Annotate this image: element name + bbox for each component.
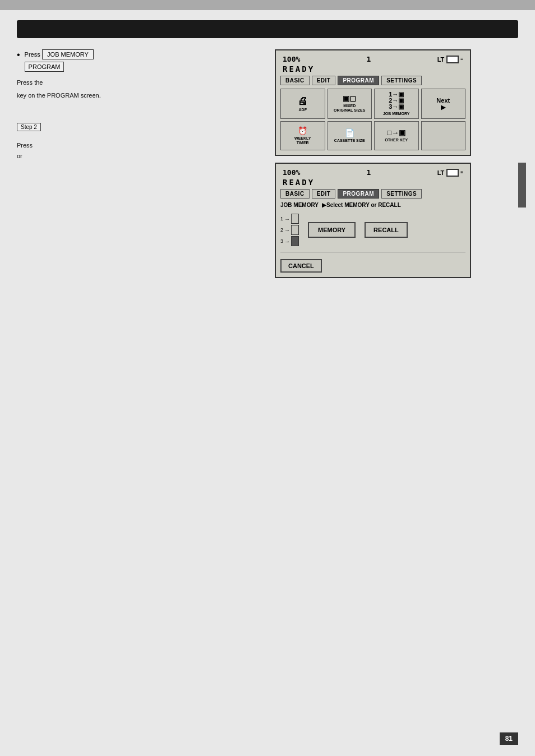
page-number: 81 [500,732,518,745]
mixed-label: MIXEDORIGINAL SIZES [334,104,365,113]
func-btn-otherkey[interactable]: □→▣ OTHER KEY [374,121,419,150]
divider [280,252,465,252]
func-btn-next[interactable]: Next▶ [421,89,466,119]
weeklytimer-label: WEEKLYTIMER [294,136,311,146]
func-btn-cassettesize[interactable]: 📄 CASSETTE SIZE [328,121,372,150]
cancel-button[interactable]: CANCEL [280,259,322,273]
adf-icon: 🖨 [298,96,308,106]
chapter-header [17,20,518,38]
top-bar [0,0,535,10]
tab-basic-1[interactable]: BASIC [280,76,310,85]
otherkey-icon: □→▣ [387,129,405,136]
func-btn-empty [421,121,466,150]
tab-edit-2[interactable]: EDIT [312,189,336,199]
side-tab [518,163,526,208]
tab-settings-1[interactable]: SETTINGS [381,76,422,85]
jobmem-label: JOB MEMORY [383,112,410,116]
screen2-percent: 100% [283,168,300,177]
func-btn-mixed[interactable]: ▣▢ MIXEDORIGINAL SIZES [328,89,372,119]
mem-row-1: 1 → [280,214,299,224]
tab-edit-1[interactable]: EDIT [312,76,336,85]
program-box: PROGRAM [25,62,64,72]
screen2-copy-count: 1 [367,168,371,177]
mixed-icon: ▣▢ [343,95,356,102]
text-line-3: Press [17,140,264,151]
func-btn-adf[interactable]: 🖨 ADF [280,89,325,119]
screen1-header: 100% 1 LT ≡ [280,55,465,63]
text-line-2: key on the PROGRAM screen. [17,90,264,101]
weeklytimer-icon: ⏰ [298,127,307,135]
cassettesize-label: CASSETTE SIZE [334,139,365,143]
left-panel: • Press JOB MEMORY PROGRAM Press the key… [17,49,275,278]
otherkey-label: OTHER KEY [385,138,408,142]
step2-section: Step 2 Press or [17,117,264,161]
right-panel: 100% 1 LT ≡ READY BASIC EDIT PROGRAM SET… [275,49,518,278]
memory-recall-row: 1 → 2 → 3 → [280,214,465,246]
job-memory-box: JOB MEMORY [42,49,94,59]
lt-label-2: LT [437,169,445,176]
jobmem-icon: 1→▣2→▣3→▣ [389,91,404,110]
text-line-4: or [17,151,264,162]
adf-label: ADF [299,108,307,112]
memory-button[interactable]: MEMORY [308,222,356,238]
lt-label-1: LT [437,56,445,63]
cassettesize-icon: 📄 [345,129,354,137]
mem-row-3: 3 → [280,236,299,246]
paper-icon-1 [446,56,459,63]
left-text-block-1: Press the key on the PROGRAM screen. [17,77,264,100]
screen-2: 100% 1 LT ≡ READY BASIC EDIT PROGRAM SET… [275,163,471,278]
recall-button[interactable]: RECALL [365,222,408,238]
func-btn-weeklytimer[interactable]: ⏰ WEEKLYTIMER [280,121,325,150]
screen2-ready: READY [280,178,465,189]
screen-1: 100% 1 LT ≡ READY BASIC EDIT PROGRAM SET… [275,49,471,156]
memory-icon-stack: 1 → 2 → 3 → [280,214,299,246]
func-btn-jobmem[interactable]: 1→▣2→▣3→▣ JOB MEMORY [374,89,419,119]
tab-basic-2[interactable]: BASIC [280,189,310,199]
screen1-lt: LT ≡ [437,56,463,63]
bullet-dot: • [17,49,20,60]
screen1-tabs: BASIC EDIT PROGRAM SETTINGS [280,76,465,85]
text-line-1: Press the [17,77,264,88]
tab-program-1[interactable]: PROGRAM [338,76,379,85]
screen1-copy-count: 1 [367,55,371,63]
step2-label: Step 2 [17,123,41,131]
job-memory-bar: JOB MEMORY ▶Select MEMORY or RECALL [280,202,465,208]
tab-settings-2[interactable]: SETTINGS [381,189,422,199]
screen2-tabs: BASIC EDIT PROGRAM SETTINGS [280,189,465,199]
screen2-lt: LT ≡ [437,169,463,177]
paper-icon-2 [446,169,459,177]
screen1-ready: READY [280,64,465,76]
job-memory-text: JOB MEMORY [280,202,319,208]
screen2-wrapper: 100% 1 LT ≡ READY BASIC EDIT PROGRAM SET… [275,163,518,278]
func-grid-1: 🖨 ADF ▣▢ MIXEDORIGINAL SIZES 1→▣2→▣3→▣ J… [280,89,465,150]
left-text-block-2: Press or [17,140,264,161]
next-icon: Next▶ [436,97,450,111]
paper-lines-1: ≡ [460,57,463,62]
bullet-item-1: • Press JOB MEMORY PROGRAM [17,49,264,72]
arrow-select-text: ▶Select MEMORY or RECALL [322,202,401,208]
screen1-percent: 100% [283,55,300,63]
mem-row-2: 2 → [280,225,299,235]
press-label: Press [25,51,40,58]
tab-program-2[interactable]: PROGRAM [338,189,379,199]
screen2-header: 100% 1 LT ≡ [280,168,465,177]
paper-lines-2: ≡ [460,170,463,175]
